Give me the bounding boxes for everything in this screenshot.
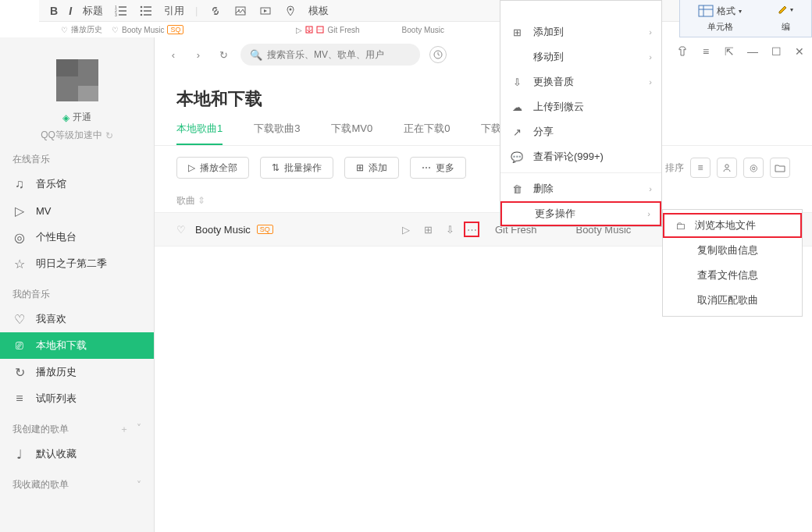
tab-downloaded-mv[interactable]: 下载MV0 xyxy=(331,122,372,145)
col-song[interactable]: 歌曲 ⇕ xyxy=(176,194,411,207)
maximize-button[interactable]: ☐ xyxy=(770,45,782,58)
cm-upload[interactable]: ☁上传到微云 xyxy=(500,94,661,119)
plus-icon[interactable]: ＋ xyxy=(119,423,129,436)
cm-quality[interactable]: ⇩更换音质› xyxy=(500,69,661,94)
sm-file-info[interactable]: 查看文件信息 xyxy=(663,263,802,288)
sidebar-item-history[interactable]: ↻播放历史 xyxy=(0,359,154,385)
minimize-button[interactable]: — xyxy=(746,45,759,58)
menu-button[interactable]: ≡ xyxy=(700,45,712,58)
search-box[interactable]: 🔍 xyxy=(240,44,420,66)
cm-add-to[interactable]: ⊞添加到› xyxy=(500,20,661,44)
add-to-button[interactable]: ⊞ xyxy=(420,222,436,237)
chevron-right-icon: › xyxy=(649,184,652,193)
excel-ribbon-fragment: 格式▾ 单元格 ▾ 编 xyxy=(679,0,812,37)
history-button[interactable] xyxy=(429,46,447,63)
more-icon: ⋯ xyxy=(422,162,431,173)
play-all-button[interactable]: ▷播放全部 xyxy=(176,157,249,179)
image-icon[interactable] xyxy=(233,4,248,18)
song-more-button[interactable]: ⋯ xyxy=(464,222,479,237)
tabs-row: 本地歌曲1 下载歌曲3 下载MV0 正在下载0 下载历史 xyxy=(155,122,812,146)
share-icon: ↗ xyxy=(510,126,524,138)
submenu-more-ops: 🗀浏览本地文件 复制歌曲信息 查看文件信息 取消匹配歌曲 xyxy=(662,209,803,317)
italic-button[interactable]: I xyxy=(69,5,72,17)
comment-icon: 💬 xyxy=(510,151,524,163)
link-icon[interactable] xyxy=(208,4,223,18)
heart-icon[interactable]: ♡ xyxy=(176,224,186,236)
tab-downloaded-songs[interactable]: 下载歌曲3 xyxy=(254,122,300,145)
svg-point-5 xyxy=(141,13,143,16)
more-button[interactable]: ⋯更多 xyxy=(410,157,466,179)
avatar[interactable] xyxy=(56,59,98,101)
cm-move-to[interactable]: 移动到› xyxy=(500,44,661,69)
view-artist-button[interactable] xyxy=(717,158,737,178)
cm-comments[interactable]: 💬查看评论(999+) xyxy=(500,144,661,169)
quote-button[interactable]: 引用 xyxy=(164,4,184,18)
svg-point-13 xyxy=(319,30,319,30)
sidebar-item-trial[interactable]: ≡试听列表 xyxy=(0,385,154,412)
reload-button[interactable]: ↻ xyxy=(215,47,231,62)
svg-point-9 xyxy=(290,8,292,10)
tab-history[interactable]: ♡ 播放历史 xyxy=(61,24,102,35)
close-button[interactable]: ✕ xyxy=(793,45,806,58)
sq-badge: SQ xyxy=(257,225,273,234)
sidebar-item-mv[interactable]: ▷MV xyxy=(0,197,154,224)
sidebar-item-music-hall[interactable]: ♫音乐馆 xyxy=(0,171,154,197)
qq-level[interactable]: QQ等级加速中↻ xyxy=(0,129,154,142)
back-button[interactable]: ‹ xyxy=(166,47,181,62)
ordered-list-icon[interactable]: 123 xyxy=(114,4,128,18)
unordered-list-icon[interactable] xyxy=(139,4,153,18)
mini-button[interactable]: ⇱ xyxy=(723,45,735,58)
view-folder-button[interactable] xyxy=(770,158,790,178)
song-actions: ▷ ⊞ ⇩ ⋯ xyxy=(398,222,479,237)
sidebar-item-default-fav[interactable]: ♩默认收藏 xyxy=(0,441,154,467)
cm-share[interactable]: ↗分享 xyxy=(500,119,661,144)
sm-unmatch[interactable]: 取消匹配歌曲 xyxy=(663,288,802,313)
open-vip[interactable]: ◈开通 xyxy=(0,111,154,124)
add-button[interactable]: ⊞添加 xyxy=(344,157,399,179)
location-icon[interactable] xyxy=(283,4,297,18)
edit-section[interactable]: ▾ 编 xyxy=(778,4,793,33)
cm-more-ops[interactable]: 更多操作› xyxy=(500,201,661,226)
view-album-button[interactable]: ◎ xyxy=(743,158,764,178)
group-favs[interactable]: 我收藏的歌单˅ xyxy=(0,467,154,496)
skin-button[interactable] xyxy=(676,45,689,58)
svg-point-14 xyxy=(320,30,321,30)
sm-browse-local[interactable]: 🗀浏览本地文件 xyxy=(663,213,802,238)
page-title: 本地和下载 xyxy=(155,72,812,122)
format-dropdown[interactable]: 格式▾ 单元格 xyxy=(698,5,742,33)
tab-local-songs[interactable]: 本地歌曲1 xyxy=(176,122,223,145)
sm-copy-info[interactable]: 复制歌曲信息 xyxy=(663,238,802,263)
tab-downloading[interactable]: 正在下载0 xyxy=(404,122,450,145)
view-list-button[interactable]: ≡ xyxy=(690,158,710,178)
sidebar-item-radio[interactable]: ◎个性电台 xyxy=(0,224,154,250)
plus-icon: ⊞ xyxy=(356,162,364,173)
forward-button[interactable]: › xyxy=(191,47,206,62)
browser-tabs: ♡ 播放历史 ♡ Booty Music SQ ▷ Git Fresh Boot… xyxy=(47,22,523,37)
play-icon: ▷ xyxy=(12,204,27,218)
download-button[interactable]: ⇩ xyxy=(442,222,458,237)
search-input[interactable] xyxy=(267,49,411,60)
sidebar-item-local-download[interactable]: ⎚本地和下载 xyxy=(0,332,154,359)
radio-icon: ◎ xyxy=(12,230,27,245)
svg-rect-10 xyxy=(699,5,713,16)
heading-button[interactable]: 标题 xyxy=(83,4,103,18)
tab-actions[interactable]: ▷ Git Fresh xyxy=(296,26,359,34)
play-button[interactable]: ▷ xyxy=(398,222,414,237)
group-created[interactable]: 我创建的歌单＋˅ xyxy=(0,412,154,441)
song-title: Booty MusicSQ xyxy=(195,224,398,236)
video-icon[interactable] xyxy=(258,4,272,18)
sort-label[interactable]: 排序 xyxy=(665,161,684,175)
chevron-down-icon[interactable]: ˅ xyxy=(137,480,141,491)
cloud-icon: ☁ xyxy=(510,101,524,113)
cm-delete[interactable]: 🗑删除› xyxy=(500,176,661,201)
clock-icon: ↻ xyxy=(12,365,27,380)
tab-booty-2[interactable]: Booty Music xyxy=(402,26,444,34)
template-button[interactable]: 模板 xyxy=(308,4,329,18)
tab-booty-1[interactable]: ♡ Booty Music SQ xyxy=(112,25,183,34)
sidebar-item-tomorrow[interactable]: ☆明日之子第二季 xyxy=(0,250,154,277)
context-menu: ⊞添加到› 移动到› ⇩更换音质› ☁上传到微云 ↗分享 💬查看评论(999+)… xyxy=(500,0,662,227)
sidebar-item-like[interactable]: ♡我喜欢 xyxy=(0,306,154,332)
bold-button[interactable]: B xyxy=(50,5,58,17)
chevron-down-icon[interactable]: ˅ xyxy=(137,423,141,436)
batch-button[interactable]: ⇅批量操作 xyxy=(260,157,333,179)
